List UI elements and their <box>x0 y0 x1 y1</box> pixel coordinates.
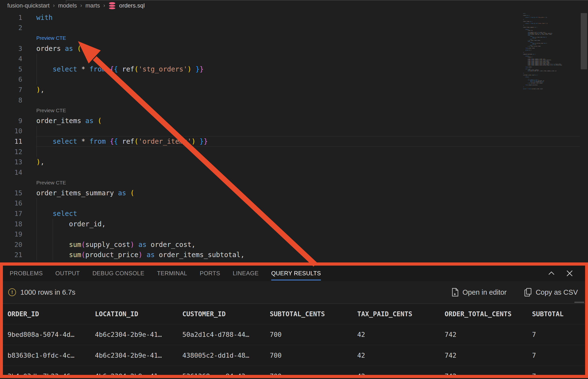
line-number: 10 <box>0 127 22 135</box>
table-cell: 438005c2-dd1d-48… <box>178 352 265 359</box>
results-table-body: 9bed808a-5074-4d…4b6c2304-2b9e-41…50a2d1… <box>3 324 585 375</box>
table-cell: 7 <box>528 372 585 375</box>
table-cell: 4b6c2304-2b9e-41 <box>90 372 178 375</box>
code-line-13[interactable]: 13), <box>0 157 580 167</box>
annotation-box-bottom <box>0 375 588 378</box>
code-line-5[interactable]: 5 select * from {{ ref('stg_orders') }} <box>0 64 580 74</box>
line-number: 16 <box>0 199 22 207</box>
line-number: 21 <box>0 251 22 259</box>
codelens-preview-cte[interactable]: Preview CTE <box>0 33 580 43</box>
column-header-subtotal[interactable]: SUBTOTAL <box>528 310 585 318</box>
table-row[interactable]: 3b4a03db-7b23-464b6c2304-2b9e-415261268c… <box>3 366 585 375</box>
code-line-20[interactable]: 20 sum(supply_cost) as order_cost, <box>0 239 580 250</box>
column-header-order_id[interactable]: ORDER_ID <box>3 310 90 318</box>
code-line-17[interactable]: 17 select <box>0 208 580 219</box>
code-line-10[interactable]: 10 <box>0 126 580 136</box>
results-toolbar: ! 1000 rows in 6.7s Open in editor <box>3 281 585 303</box>
column-header-tax_paid_cents[interactable]: TAX_PAID_CENTS <box>353 310 440 318</box>
line-number: 6 <box>0 76 22 83</box>
code-line-21[interactable]: 21 sum(product_price) as order_items_sub… <box>0 250 580 260</box>
code-line-8[interactable]: 8 <box>0 95 580 105</box>
line-number: 4 <box>0 55 22 63</box>
breadcrumb-separator: › <box>80 2 82 9</box>
chevron-up-icon[interactable] <box>548 271 555 276</box>
annotation-box-left <box>0 262 3 378</box>
line-number: 12 <box>0 148 22 156</box>
table-cell: 3b4a03db-7b23-46 <box>3 372 90 375</box>
table-cell: 700 <box>265 331 353 338</box>
table-cell: 742 <box>440 372 528 375</box>
code-line-3[interactable]: 3orders as ( <box>0 43 580 54</box>
code-text: sum(supply_cost) as order_cost, <box>0 241 196 249</box>
table-cell: 4b6c2304-2b9e-41… <box>90 352 178 359</box>
table-scrollbar-thumb[interactable] <box>574 302 584 303</box>
breadcrumb-item[interactable]: marts <box>86 2 100 9</box>
table-cell: 742 <box>440 352 528 359</box>
codelens-preview-cte[interactable]: Preview CTE <box>0 105 580 116</box>
line-number: 3 <box>0 45 22 52</box>
table-cell: 42 <box>353 352 440 359</box>
column-header-order_total_cents[interactable]: ORDER_TOTAL_CENTS <box>440 310 528 318</box>
breadcrumb-item[interactable]: fusion-quickstart <box>7 2 50 9</box>
indent-guide <box>53 219 53 260</box>
line-number: 8 <box>0 96 22 104</box>
results-table-header: ORDER_IDLOCATION_IDCUSTOMER_IDSUBTOTAL_C… <box>3 303 585 324</box>
panel-tab-debug-console[interactable]: DEBUG CONSOLE <box>92 266 145 281</box>
code-line-11[interactable]: 11 select * from {{ ref('order_items') }… <box>0 136 580 147</box>
table-row[interactable]: 9bed808a-5074-4d…4b6c2304-2b9e-41…50a2d1… <box>3 324 585 345</box>
file-plus-icon <box>452 288 459 297</box>
panel-tab-output[interactable]: OUTPUT <box>56 266 80 281</box>
breadcrumb[interactable]: fusion-quickstart›models›marts›orders.sq… <box>7 0 145 11</box>
annotation-box-right <box>585 262 588 378</box>
indent-guide <box>37 54 37 85</box>
minimap[interactable]: with orders as ( select * from {{ ref('s… <box>523 13 580 93</box>
table-cell: 50a2d1c4-d788-44… <box>178 331 265 338</box>
code-line-1[interactable]: 1with <box>0 12 580 23</box>
line-number: 5 <box>0 65 22 73</box>
codelens-preview-cte[interactable]: Preview CTE <box>0 178 580 188</box>
panel-tab-problems[interactable]: PROBLEMS <box>10 266 43 281</box>
breadcrumb-file[interactable]: orders.sql <box>119 2 145 9</box>
panel-tab-lineage[interactable]: LINEAGE <box>233 266 259 281</box>
database-icon <box>109 2 115 9</box>
panel-tab-terminal[interactable]: TERMINAL <box>157 266 187 281</box>
line-number: 1 <box>0 14 22 21</box>
breadcrumb-item[interactable]: models <box>58 2 77 9</box>
panel-tab-query-results[interactable]: QUERY RESULTS <box>271 266 321 281</box>
column-header-location_id[interactable]: LOCATION_ID <box>90 310 178 318</box>
copy-icon <box>524 288 532 297</box>
line-number: 11 <box>0 138 22 145</box>
open-in-editor-label: Open in editor <box>463 288 507 296</box>
table-cell: 7 <box>528 331 585 338</box>
table-cell: 5261268c-aa94-43 <box>178 372 265 375</box>
panel-tab-ports[interactable]: PORTS <box>200 266 220 281</box>
code-text: select * from {{ ref('order_items') }} <box>0 137 208 145</box>
table-row[interactable]: b83630c1-0fdc-4c…4b6c2304-2b9e-41…438005… <box>3 345 585 366</box>
table-cell: b83630c1-0fdc-4c… <box>3 352 90 359</box>
code-line-18[interactable]: 18 order_id, <box>0 219 580 229</box>
line-number: 19 <box>0 230 22 238</box>
close-icon[interactable] <box>566 270 573 277</box>
code-line-12[interactable]: 12 <box>0 147 580 157</box>
panel-tab-bar: PROBLEMSOUTPUTDEBUG CONSOLETERMINALPORTS… <box>3 266 585 281</box>
column-header-customer_id[interactable]: CUSTOMER_ID <box>178 310 265 318</box>
code-line-16[interactable]: 16 <box>0 198 580 209</box>
code-line-19[interactable]: 19 <box>0 229 580 239</box>
table-cell: 7 <box>528 352 585 359</box>
code-line-2[interactable]: 2 <box>0 23 580 33</box>
code-editor[interactable]: 1with2Preview CTE3orders as (45 select *… <box>0 12 580 260</box>
code-line-4[interactable]: 4 <box>0 54 580 64</box>
code-line-15[interactable]: 15order_items_summary as ( <box>0 188 580 198</box>
code-line-7[interactable]: 7), <box>0 85 580 95</box>
column-header-subtotal_cents[interactable]: SUBTOTAL_CENTS <box>265 310 353 318</box>
open-in-editor-button[interactable]: Open in editor <box>452 288 507 297</box>
table-cell: 42 <box>353 372 440 375</box>
copy-as-csv-button[interactable]: Copy as CSV <box>524 288 578 297</box>
table-cell: 700 <box>265 352 353 359</box>
table-cell: 42 <box>353 331 440 338</box>
code-line-14[interactable]: 14 <box>0 167 580 178</box>
code-line-6[interactable]: 6 <box>0 74 580 85</box>
editor-scrollbar-thumb[interactable] <box>581 13 587 69</box>
code-text: select * from {{ ref('stg_orders') }} <box>0 65 204 73</box>
code-line-9[interactable]: 9order_items as ( <box>0 116 580 126</box>
